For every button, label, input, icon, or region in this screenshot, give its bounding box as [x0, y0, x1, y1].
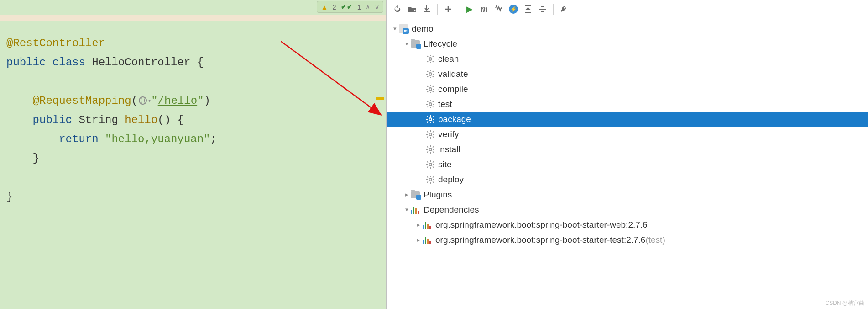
svg-rect-17	[430, 85, 431, 86]
gear-icon	[426, 85, 434, 93]
chevron-down-icon[interactable]: ▾	[403, 40, 411, 47]
svg-rect-39	[432, 116, 434, 117]
gear-icon	[426, 176, 434, 184]
keyword-public: public	[6, 56, 46, 69]
svg-rect-53	[427, 146, 429, 148]
svg-rect-7	[432, 55, 434, 57]
dependency-item[interactable]: ▸org.springframework.boot:spring-boot-st…	[387, 232, 868, 247]
add-project-button[interactable]	[441, 2, 455, 16]
chevron-down-icon[interactable]: ▾	[403, 206, 411, 213]
svg-rect-43	[426, 134, 428, 135]
collapse-all-button[interactable]	[521, 2, 535, 16]
gear-icon	[426, 115, 434, 123]
lifecycle-goal-compile[interactable]: compile	[387, 81, 868, 96]
svg-rect-25	[430, 100, 431, 101]
annotation-restcontroller: @RestController	[6, 37, 105, 49]
globe-icon[interactable]	[139, 96, 147, 105]
svg-rect-6	[432, 60, 434, 62]
string-quote: "	[197, 95, 204, 107]
svg-rect-29	[427, 101, 429, 102]
svg-rect-31	[432, 101, 434, 102]
dependency-label: org.springframework.boot:spring-boot-sta…	[435, 220, 648, 230]
toggle-skip-tests-button[interactable]: ⚡	[507, 2, 520, 16]
svg-rect-69	[427, 176, 429, 178]
svg-rect-15	[432, 70, 434, 72]
lifecycle-goal-verify[interactable]: verify	[387, 127, 868, 142]
svg-rect-28	[433, 104, 434, 105]
dependency-item[interactable]: ▸org.springframework.boot:spring-boot-st…	[387, 217, 868, 232]
svg-rect-62	[432, 166, 434, 168]
tree-node-project[interactable]: ▾ m demo	[387, 21, 868, 36]
maven-project-icon: m	[399, 24, 408, 33]
tree-node-dependencies[interactable]: ▾ Dependencies	[387, 202, 868, 217]
lifecycle-goal-clean[interactable]: clean	[387, 51, 868, 66]
maven-tree[interactable]: ▾ m demo ▾ Lifecycle cleanvalidatecompil…	[387, 18, 868, 309]
chevron-right-icon[interactable]: ▸	[414, 236, 423, 243]
maven-panel: ▶ m ⚡ ▾ m demo ▾ Lifecycle	[387, 0, 868, 309]
annotation-requestmapping: @RequestMapping	[33, 95, 131, 107]
tree-node-lifecycle[interactable]: ▾ Lifecycle	[387, 36, 868, 51]
prev-highlight-button[interactable]: ∧	[366, 3, 370, 11]
toggle-offline-button[interactable]	[492, 2, 506, 16]
svg-rect-70	[432, 181, 434, 183]
check-count[interactable]: 1	[357, 3, 361, 11]
lifecycle-goal-deploy[interactable]: deploy	[387, 172, 868, 187]
library-icon	[423, 236, 432, 244]
lifecycle-goal-test[interactable]: test	[387, 96, 868, 112]
tree-node-plugins[interactable]: ▸ Plugins	[387, 187, 868, 202]
svg-rect-46	[432, 136, 434, 138]
svg-rect-37	[427, 116, 429, 117]
lifecycle-goal-package[interactable]: package	[387, 112, 868, 127]
download-sources-button[interactable]	[420, 2, 434, 16]
svg-rect-23	[432, 85, 434, 87]
toolbar-separator	[437, 4, 438, 15]
svg-rect-44	[433, 134, 434, 135]
svg-rect-3	[426, 59, 428, 59]
goal-label: compile	[438, 84, 468, 94]
settings-button[interactable]	[557, 2, 571, 16]
svg-rect-67	[426, 179, 428, 180]
lifecycle-goal-install[interactable]: install	[387, 142, 868, 157]
keyword-public: public	[33, 114, 72, 126]
execute-goal-button[interactable]: m	[477, 2, 491, 16]
svg-rect-52	[433, 149, 434, 150]
goal-label: site	[438, 160, 452, 170]
warning-count[interactable]: 2	[332, 3, 336, 11]
svg-rect-61	[427, 161, 429, 163]
svg-rect-56	[427, 151, 429, 153]
goal-label: package	[438, 114, 471, 124]
run-button[interactable]: ▶	[463, 2, 476, 16]
chevron-down-icon[interactable]: ▾	[391, 25, 399, 32]
check-icon: ✔✔	[341, 3, 353, 11]
lifecycle-goal-site[interactable]: site	[387, 157, 868, 172]
keyword-return: return	[59, 133, 98, 145]
svg-rect-21	[427, 85, 429, 87]
next-highlight-button[interactable]: ∨	[375, 3, 379, 11]
brace: }	[33, 152, 39, 165]
svg-rect-47	[432, 131, 434, 133]
folder-icon	[411, 191, 420, 198]
url-literal[interactable]: /hello	[158, 95, 197, 107]
generate-sources-button[interactable]	[405, 2, 419, 16]
svg-rect-49	[430, 145, 431, 147]
svg-rect-2	[430, 62, 431, 63]
reload-button[interactable]	[391, 2, 404, 16]
annotation-arrow	[281, 41, 386, 119]
goal-label: validate	[438, 69, 468, 79]
gear-icon	[426, 70, 434, 78]
svg-rect-57	[430, 160, 431, 162]
gear-icon	[426, 160, 434, 169]
chevron-right-icon[interactable]: ▸	[414, 221, 423, 228]
method-name: hello	[125, 114, 157, 126]
code-block[interactable]: @RestController public class HelloContro…	[6, 34, 217, 207]
lightning-icon: ⚡	[509, 5, 518, 14]
dependency-label: org.springframework.boot:spring-boot-sta…	[435, 235, 645, 245]
svg-rect-12	[433, 74, 434, 75]
lifecycle-goal-validate[interactable]: validate	[387, 66, 868, 81]
brace: {	[171, 114, 184, 126]
code-editor-pane: ▲ 2 ✔✔ 1 ∧ ∨ @RestController public clas…	[0, 0, 387, 309]
editor-notification-strip	[0, 15, 386, 21]
expand-all-button[interactable]	[536, 2, 549, 16]
chevron-right-icon[interactable]: ▸	[403, 191, 411, 198]
paren: )	[204, 95, 210, 107]
